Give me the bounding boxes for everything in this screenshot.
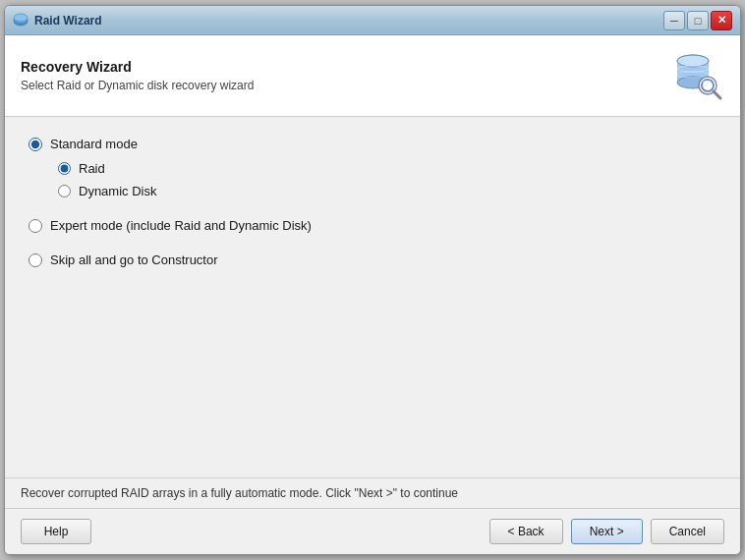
minimize-button[interactable]: ─ [663, 11, 685, 30]
dynamic-disk-option[interactable]: Dynamic Disk [58, 184, 716, 198]
expert-mode-group: Expert mode (include Raid and Dynamic Di… [29, 218, 716, 233]
close-button[interactable]: ✕ [711, 11, 732, 30]
window-title: Raid Wizard [34, 14, 663, 28]
skip-constructor-label: Skip all and go to Constructor [50, 252, 218, 267]
button-bar: Help < Back Next > Cancel [5, 508, 740, 554]
standard-mode-group: Standard mode Raid Dynamic Disk [29, 137, 716, 198]
raid-radio[interactable] [58, 162, 71, 175]
svg-point-2 [14, 14, 28, 22]
help-button[interactable]: Help [21, 519, 91, 544]
next-button[interactable]: Next > [571, 519, 643, 544]
maximize-button[interactable]: □ [687, 11, 709, 30]
skip-constructor-option[interactable]: Skip all and go to Constructor [29, 252, 716, 267]
header-text: Recovery Wizard Select Raid or Dynamic d… [21, 59, 254, 92]
btn-left-group: Help [21, 519, 91, 544]
status-message: Recover corrupted RAID arrays in a fully… [21, 486, 458, 500]
content-area: Standard mode Raid Dynamic Disk Expert m… [5, 117, 740, 477]
database-search-icon [671, 49, 724, 102]
header-subtitle: Select Raid or Dynamic disk recovery wiz… [21, 79, 254, 92]
svg-point-7 [677, 55, 709, 67]
raid-option[interactable]: Raid [58, 161, 716, 176]
standard-sub-options: Raid Dynamic Disk [58, 161, 716, 198]
expert-mode-label: Expert mode (include Raid and Dynamic Di… [50, 218, 312, 233]
header-title: Recovery Wizard [21, 59, 254, 75]
standard-mode-option[interactable]: Standard mode [29, 137, 716, 151]
standard-mode-radio[interactable] [29, 138, 42, 151]
svg-line-12 [714, 91, 720, 98]
svg-point-13 [703, 81, 707, 84]
dynamic-disk-radio[interactable] [58, 185, 71, 197]
expert-mode-radio[interactable] [29, 219, 42, 233]
cancel-button[interactable]: Cancel [651, 519, 724, 544]
btn-right-group: < Back Next > Cancel [489, 519, 724, 544]
title-bar-icon [13, 13, 29, 28]
raid-label: Raid [79, 161, 105, 176]
standard-mode-label: Standard mode [50, 137, 138, 151]
skip-constructor-radio[interactable] [29, 253, 42, 267]
window-controls: ─ □ ✕ [663, 11, 732, 30]
header-section: Recovery Wizard Select Raid or Dynamic d… [5, 35, 740, 117]
status-bar: Recover corrupted RAID arrays in a fully… [5, 477, 740, 508]
main-window: Raid Wizard ─ □ ✕ Recovery Wizard Select… [4, 5, 741, 555]
back-button[interactable]: < Back [489, 519, 563, 544]
title-bar: Raid Wizard ─ □ ✕ [5, 6, 740, 35]
dynamic-disk-label: Dynamic Disk [79, 184, 156, 198]
skip-constructor-group: Skip all and go to Constructor [29, 252, 716, 267]
header-icon [671, 49, 724, 102]
expert-mode-option[interactable]: Expert mode (include Raid and Dynamic Di… [29, 218, 716, 233]
